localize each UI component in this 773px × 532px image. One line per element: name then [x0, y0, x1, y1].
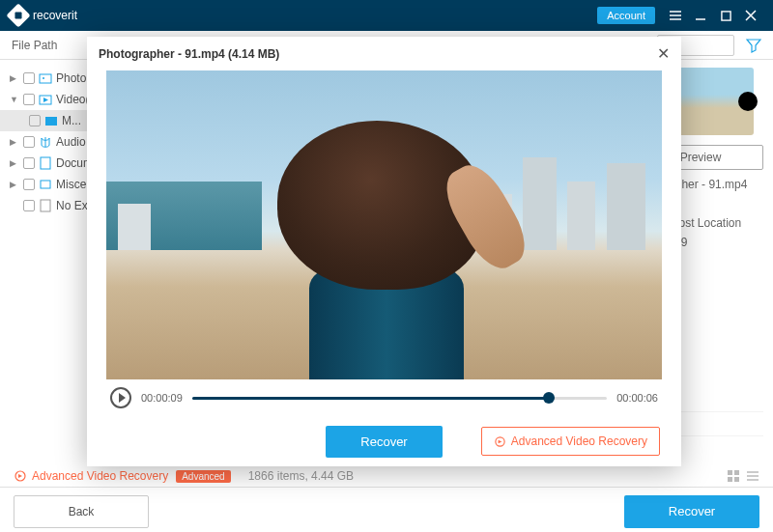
svg-point-2 — [43, 77, 44, 79]
recover-button[interactable]: Recover — [624, 495, 759, 528]
tree-label: Photo — [56, 71, 86, 85]
advanced-video-recovery-link[interactable]: Advanced Video Recovery — [14, 469, 168, 483]
video-preview[interactable] — [106, 70, 662, 379]
advanced-badge: Advanced — [176, 470, 230, 483]
tree-label: M... — [62, 114, 81, 127]
preview-modal: Photographer - 91.mp4 (4.14 MB) ✕ 00:00:… — [87, 37, 681, 466]
close-icon[interactable]: ✕ — [657, 44, 670, 63]
svg-rect-5 — [41, 157, 50, 169]
svg-rect-4 — [45, 117, 57, 126]
svg-rect-12 — [734, 470, 739, 475]
svg-rect-7 — [41, 200, 50, 211]
modal-title: Photographer - 91.mp4 (4.14 MB) — [99, 47, 279, 61]
app-logo: recoverit — [10, 7, 77, 24]
close-icon[interactable] — [738, 3, 763, 28]
current-time: 00:00:09 — [141, 392, 183, 404]
back-button[interactable]: Back — [14, 495, 149, 528]
account-button[interactable]: Account — [597, 7, 655, 24]
svg-rect-11 — [728, 470, 732, 475]
recovery-icon — [494, 435, 506, 448]
progress-bar[interactable] — [192, 397, 607, 400]
progress-thumb[interactable] — [543, 392, 555, 404]
menu-icon[interactable] — [663, 3, 688, 28]
item-count: 1866 items, 4.44 GB — [248, 469, 354, 483]
list-view-icon[interactable] — [746, 469, 759, 483]
svg-rect-13 — [728, 477, 732, 482]
tree-label: Audio — [56, 135, 86, 149]
logo-icon — [6, 3, 30, 27]
app-name: recoverit — [33, 9, 77, 22]
play-icon[interactable] — [110, 387, 131, 408]
grid-view-icon[interactable] — [727, 469, 740, 483]
maximize-icon[interactable] — [713, 3, 738, 28]
total-time: 00:00:06 — [616, 392, 658, 404]
modal-recover-button[interactable]: Recover — [326, 426, 442, 458]
status-bar: Advanced Video Recovery Advanced 1866 it… — [0, 465, 773, 487]
footer: Back Recover — [0, 487, 773, 532]
modal-advanced-recovery-button[interactable]: Advanced Video Recovery — [481, 427, 660, 456]
tree-label: Miscel — [56, 178, 89, 191]
tree-label: No Ext — [56, 199, 91, 212]
title-bar: recoverit Account — [0, 0, 773, 31]
video-controls: 00:00:09 00:00:06 — [87, 379, 681, 416]
filter-icon[interactable] — [746, 38, 761, 53]
recovery-icon — [14, 469, 27, 483]
svg-rect-14 — [734, 477, 739, 482]
modal-header: Photographer - 91.mp4 (4.14 MB) ✕ — [87, 37, 681, 70]
svg-rect-0 — [721, 11, 730, 19]
svg-rect-1 — [40, 74, 51, 83]
minimize-icon[interactable] — [688, 3, 713, 28]
file-path-label: File Path — [12, 39, 57, 52]
svg-rect-6 — [41, 181, 50, 188]
modal-footer: Recover Advanced Video Recovery — [87, 416, 681, 466]
